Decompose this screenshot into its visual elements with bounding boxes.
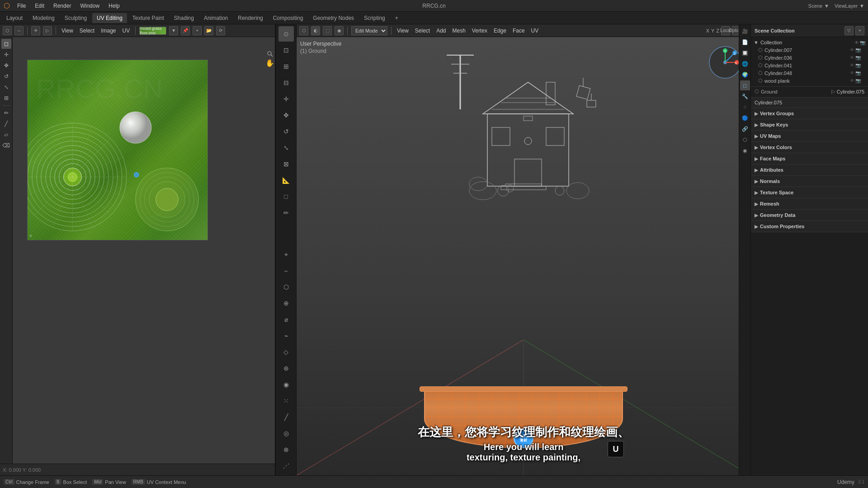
rotate-3d-btn[interactable]: ↺ (278, 124, 294, 139)
section-header-normals[interactable]: ▶ Normals (751, 176, 868, 187)
particles-props-btn[interactable]: ⁘ (740, 102, 750, 112)
shrink-fatten-btn[interactable]: ◎ (278, 426, 294, 441)
navigation-gizmo[interactable]: X Y Z (707, 44, 743, 80)
3d-viewport[interactable]: X Y Z User Perspective (1) Ground (297, 37, 750, 475)
sync-btn[interactable]: ⟳ (216, 26, 225, 35)
smooth-btn[interactable]: ◉ (278, 377, 294, 392)
filter-btn[interactable]: ▽ (844, 26, 854, 35)
view3d-perspective-btn[interactable]: ⊙ (278, 26, 294, 42)
pan-icon[interactable]: ✋ (267, 60, 273, 66)
viewport-shading-wire[interactable]: ⬚ (323, 26, 332, 35)
section-header-shape-keys[interactable]: ▶ Shape Keys (751, 119, 868, 130)
tab-sculpting[interactable]: Sculpting (60, 13, 91, 23)
uv-mode-btn[interactable]: ↔ (14, 26, 24, 35)
mode-select-btn[interactable]: ⬡ (3, 26, 12, 35)
vertex-slide-btn[interactable]: ⌖ (278, 247, 294, 262)
section-header-custom-properties[interactable]: ▶ Custom Properties (751, 221, 868, 232)
annotate-erase-tool[interactable]: ⌫ (1, 141, 11, 150)
rotate-tool[interactable]: ↺ (1, 71, 11, 81)
collection-eye[interactable]: 👁 (854, 40, 859, 45)
face-extrude-btn[interactable]: ⬡ (278, 279, 294, 295)
object-props-btn[interactable]: ◻ (740, 80, 750, 90)
uv-menu-view[interactable]: View (60, 27, 75, 35)
uv-menu-image[interactable]: Image (99, 27, 118, 35)
object-item-3[interactable]: ⬡Cylinder.048 👁 📷 (751, 69, 868, 77)
section-header-remesh[interactable]: ▶ Remesh (751, 198, 868, 209)
menu-render[interactable]: Render (52, 2, 73, 10)
view-menu[interactable]: View (395, 27, 410, 35)
vertex-menu[interactable]: Vertex (470, 27, 489, 35)
section-header-uv-maps[interactable]: ▶ UV Maps (751, 131, 868, 141)
edit-mode-select[interactable]: Edit Mode (351, 26, 387, 35)
annotation-btn[interactable]: ✏ (278, 205, 294, 221)
scale-tool[interactable]: ⤡ (1, 82, 11, 92)
spin-btn[interactable]: ⊛ (278, 361, 294, 376)
section-header-vertex-colors[interactable]: ▶ Vertex Colors (751, 142, 868, 153)
cursor-tool-v[interactable]: ✛ (1, 50, 11, 60)
add-collection-btn[interactable]: + (855, 26, 864, 35)
tab-add[interactable]: + (391, 13, 403, 23)
tab-layout[interactable]: Layout (2, 13, 27, 23)
add-cube-btn[interactable]: □ (278, 189, 294, 204)
uv-menu[interactable]: UV (529, 27, 541, 35)
scale-3d-btn[interactable]: ⤡ (278, 140, 294, 155)
annotate-tool[interactable]: ✏ (1, 108, 11, 118)
status-change-frame[interactable]: Ctrl Change Frame (4, 479, 49, 485)
status-pan-view[interactable]: Mid Pan View (92, 479, 126, 485)
section-header-face-maps[interactable]: ▶ Face Maps (751, 153, 868, 164)
menu-help[interactable]: Help (107, 2, 122, 10)
select-box-tool[interactable]: ◻ (1, 39, 11, 49)
physics-props-btn[interactable]: 🔵 (740, 113, 750, 123)
modifier-props-btn[interactable]: 🔧 (740, 91, 750, 101)
object-item-0[interactable]: ⬡Cylinder.007 👁 📷 (751, 46, 868, 54)
tab-animation[interactable]: Animation (199, 13, 232, 23)
uv-viewport[interactable]: ◻ ✛ ✥ ↺ ⤡ ⊞ ✏ ╱ ▱ ⌫ (0, 37, 275, 464)
view-layer-props-btn[interactable]: 🔲 (740, 48, 750, 58)
output-props-btn[interactable]: 📄 (740, 37, 750, 47)
collection-cam[interactable]: 📷 (860, 40, 865, 45)
menu-edit[interactable]: Edit (33, 2, 46, 10)
tab-compositing[interactable]: Compositing (269, 13, 308, 23)
viewport-mode-btn[interactable]: ⬡ (299, 26, 308, 35)
select-tool[interactable]: ▷ (43, 26, 52, 35)
object-item-4[interactable]: ⬡wood plank 👁 📷 (751, 77, 868, 84)
tab-texture-paint[interactable]: Texture Paint (128, 13, 169, 23)
measure-btn[interactable]: 📐 (278, 173, 294, 188)
bisect-btn[interactable]: ⌁ (278, 328, 294, 343)
edge-menu[interactable]: Edge (492, 27, 508, 35)
randomize-btn[interactable]: ⁙ (278, 393, 294, 408)
face-menu[interactable]: Face (511, 27, 527, 35)
view-right-btn[interactable]: ⊞ (278, 59, 294, 74)
tab-modeling[interactable]: Modeling (28, 13, 59, 23)
transform-3d-btn[interactable]: ⊠ (278, 156, 294, 172)
add-menu[interactable]: Add (434, 27, 448, 35)
view-top-btn[interactable]: ⊟ (278, 75, 294, 90)
transform-tool[interactable]: ⊞ (1, 93, 11, 103)
world-props-btn[interactable]: 🌍 (740, 70, 750, 80)
cursor-tool[interactable]: ✛ (31, 26, 40, 35)
poly-build-btn[interactable]: ◇ (278, 344, 294, 360)
constraints-props-btn[interactable]: 🔗 (740, 124, 750, 134)
tab-scripting[interactable]: Scripting (359, 13, 390, 23)
move-3d-btn[interactable]: ✥ (278, 108, 294, 123)
image-browse-btn[interactable]: ▼ (169, 26, 178, 35)
section-header-texture-space[interactable]: ▶ Texture Space (751, 187, 868, 198)
zoom-icon[interactable] (267, 51, 273, 57)
object-item-1[interactable]: ⬡Cylinder.036 👁 📷 (751, 54, 868, 61)
image-open-btn[interactable]: 📂 (204, 26, 213, 35)
menu-file[interactable]: File (15, 2, 28, 10)
push-pull-btn[interactable]: ⊗ (278, 442, 294, 457)
menu-window[interactable]: Window (78, 2, 101, 10)
status-box-select[interactable]: B Box Select (55, 479, 87, 485)
edge-tools-btn[interactable]: ⌢ (278, 263, 294, 278)
select-menu[interactable]: Select (413, 27, 432, 35)
uv-menu-uv[interactable]: UV (121, 27, 132, 35)
section-header-vertex-groups[interactable]: ▶ Vertex Groups (751, 108, 868, 119)
section-header-geometry-data[interactable]: ▶ Geometry Data (751, 210, 868, 221)
tab-uv-editing[interactable]: UV Editing (92, 13, 127, 23)
image-pin-btn[interactable]: 📌 (181, 26, 190, 35)
uv-menu-select[interactable]: Select (78, 27, 96, 35)
material-props-btn[interactable]: ◉ (740, 145, 750, 155)
annotate-polygon-tool[interactable]: ▱ (1, 130, 11, 140)
section-header-attributes[interactable]: ▶ Attributes (751, 164, 868, 175)
